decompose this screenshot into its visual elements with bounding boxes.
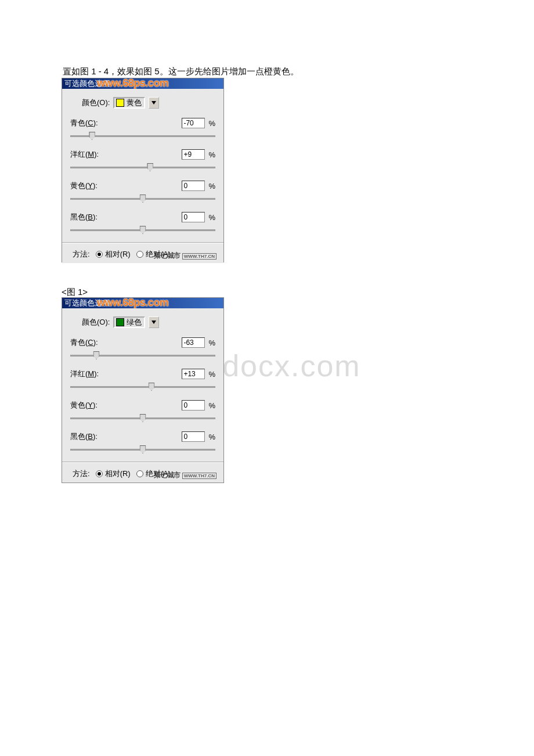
percent-label: % xyxy=(208,370,215,379)
caption-text: 置如图 1 - 4，效果如图 5。这一步先给图片增加一点橙黄色。 xyxy=(63,66,299,77)
chevron-down-icon xyxy=(151,321,156,324)
slider-label: 黄色(Y): xyxy=(70,400,98,411)
colors-label: 颜色(O): xyxy=(82,317,110,327)
figure-label: <图 1> xyxy=(62,287,88,298)
selective-color-panel-1: 可选颜色选项 www.68ps.com 颜色(O): 黄色 青色(C): % xyxy=(62,78,224,262)
watermark-th7: 第七城市WWW.TH7.CN xyxy=(154,470,217,480)
radio-icon xyxy=(136,470,143,477)
slider-yellow: 黄色(Y): % xyxy=(70,179,215,204)
yellow-slider[interactable] xyxy=(70,414,215,423)
slider-label: 洋红(M): xyxy=(70,149,99,160)
colors-label: 颜色(O): xyxy=(82,98,110,108)
radio-icon xyxy=(136,251,143,258)
slider-thumb-icon[interactable] xyxy=(147,163,153,171)
cyan-slider[interactable] xyxy=(70,351,215,361)
magenta-slider[interactable] xyxy=(70,383,215,392)
slider-black: 黑色(B): % xyxy=(70,211,215,235)
color-swatch-icon xyxy=(116,99,124,107)
percent-label: % xyxy=(208,182,215,190)
black-slider[interactable] xyxy=(70,226,215,235)
panel-titlebar: 可选颜色选项 www.68ps.com xyxy=(62,298,223,308)
yellow-value-input[interactable] xyxy=(182,400,205,411)
selected-color-text: 黄色 xyxy=(127,98,144,108)
yellow-slider[interactable] xyxy=(70,195,215,204)
slider-thumb-icon[interactable] xyxy=(93,351,100,359)
radio-relative-label: 相对(R) xyxy=(105,469,131,479)
panel-title: 可选颜色选项 xyxy=(64,79,110,88)
magenta-value-input[interactable] xyxy=(182,369,205,379)
chevron-down-icon xyxy=(151,101,156,105)
slider-thumb-icon[interactable] xyxy=(140,445,146,453)
slider-cyan: 青色(C): % xyxy=(70,336,215,361)
slider-label: 黄色(Y): xyxy=(70,181,98,191)
slider-thumb-icon[interactable] xyxy=(89,132,95,140)
watermark-th7: 第七城市WWW.TH7.CN xyxy=(154,251,217,261)
slider-yellow: 黄色(Y): % xyxy=(70,399,215,423)
separator xyxy=(62,462,223,463)
dropdown-button[interactable] xyxy=(149,97,159,109)
method-label: 方法: xyxy=(73,469,90,479)
magenta-value-input[interactable] xyxy=(182,149,205,160)
slider-magenta: 洋红(M): % xyxy=(70,368,215,392)
selected-color-text: 绿色 xyxy=(127,317,144,327)
black-value-input[interactable] xyxy=(182,431,205,442)
method-row: 方法: 相对(R) 绝对(A) 第七城市WWW.TH7.CN xyxy=(70,248,215,260)
radio-relative[interactable]: 相对(R) xyxy=(96,469,131,479)
slider-cyan: 青色(C): % xyxy=(70,117,215,141)
selective-color-panel-2: 可选颜色选项 www.68ps.com 颜色(O): 绿色 青色(C): % xyxy=(62,297,224,483)
slider-thumb-icon[interactable] xyxy=(140,195,146,203)
slider-thumb-icon[interactable] xyxy=(140,414,146,422)
cyan-value-input[interactable] xyxy=(182,337,205,348)
radio-relative[interactable]: 相对(R) xyxy=(96,249,131,260)
color-swatch-icon xyxy=(116,318,124,326)
slider-label: 青色(C): xyxy=(70,337,98,348)
method-row: 方法: 相对(R) 绝对(A) 第七城市WWW.TH7.CN xyxy=(70,467,215,479)
radio-relative-label: 相对(R) xyxy=(105,249,131,260)
black-slider[interactable] xyxy=(70,445,215,455)
percent-label: % xyxy=(208,119,215,128)
percent-label: % xyxy=(208,150,215,159)
cyan-value-input[interactable] xyxy=(182,118,205,128)
radio-icon xyxy=(96,470,103,477)
slider-magenta: 洋红(M): % xyxy=(70,148,215,172)
panel-title: 可选颜色选项 xyxy=(64,298,110,307)
yellow-value-input[interactable] xyxy=(182,181,205,191)
cyan-slider[interactable] xyxy=(70,132,215,141)
percent-label: % xyxy=(208,401,215,410)
slider-black: 黑色(B): % xyxy=(70,430,215,455)
percent-label: % xyxy=(208,213,215,222)
slider-label: 黑色(B): xyxy=(70,431,98,442)
dropdown-button[interactable] xyxy=(149,316,159,328)
slider-label: 青色(C): xyxy=(70,118,98,128)
percent-label: % xyxy=(208,433,215,441)
panel-titlebar: 可选颜色选项 www.68ps.com xyxy=(62,78,223,89)
colors-dropdown[interactable]: 黄色 xyxy=(113,97,145,109)
colors-dropdown[interactable]: 绿色 xyxy=(113,316,145,328)
slider-thumb-icon[interactable] xyxy=(140,226,146,234)
slider-thumb-icon[interactable] xyxy=(149,383,155,391)
slider-label: 洋红(M): xyxy=(70,369,99,379)
slider-label: 黑色(B): xyxy=(70,212,98,222)
magenta-slider[interactable] xyxy=(70,163,215,172)
radio-icon xyxy=(96,251,103,258)
method-label: 方法: xyxy=(73,249,90,260)
percent-label: % xyxy=(208,339,215,347)
black-value-input[interactable] xyxy=(182,212,205,222)
separator xyxy=(62,242,223,243)
